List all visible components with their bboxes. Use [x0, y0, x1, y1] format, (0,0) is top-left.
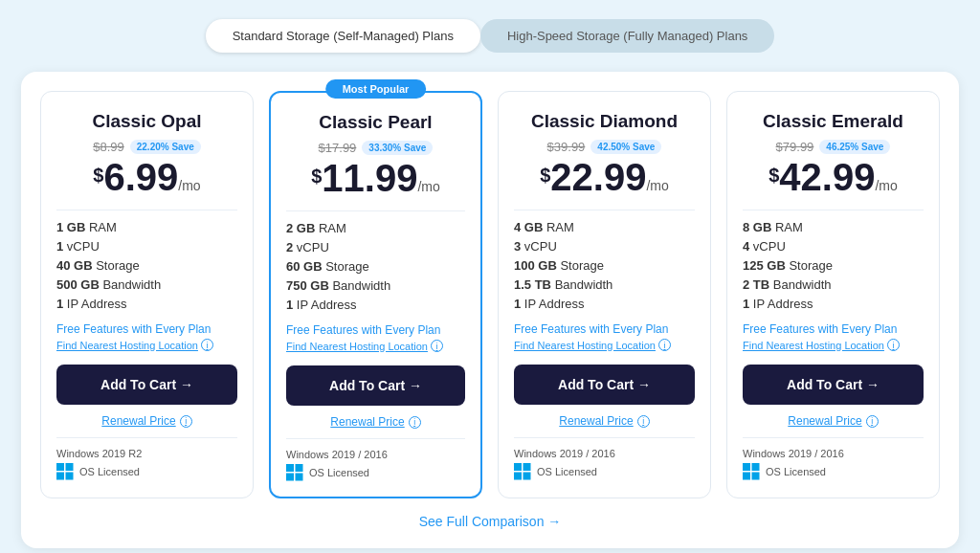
page-container: Standard Storage (Self-Managed) Plans Hi… — [11, 10, 969, 553]
svg-rect-12 — [743, 463, 750, 471]
price-dollar: $ — [768, 165, 779, 186]
tab-highspeed[interactable]: High-Speed Storage (Fully Managed) Plans — [480, 19, 774, 53]
original-price: $39.99 — [547, 140, 586, 154]
original-price-row: $8.99 22.20% Save — [56, 140, 237, 154]
svg-rect-13 — [752, 463, 760, 471]
add-to-cart-button[interactable]: Add To Cart → — [743, 365, 924, 405]
find-location-text: Find Nearest Hosting Location — [514, 340, 656, 351]
svg-rect-11 — [523, 473, 531, 480]
plan-name: Classic Opal — [56, 111, 237, 132]
see-comparison-link[interactable]: See Full Comparison → — [40, 514, 940, 529]
specs-list: 2 GB RAM2 vCPU60 GB Storage750 GB Bandwi… — [286, 221, 465, 312]
windows-icon — [286, 464, 303, 481]
svg-rect-15 — [752, 473, 760, 480]
svg-rect-14 — [743, 473, 750, 480]
os-label: OS Licensed — [766, 466, 826, 477]
svg-rect-5 — [296, 464, 303, 472]
plan-name: Classic Emerald — [743, 111, 924, 132]
os-row: OS Licensed — [743, 463, 924, 480]
tab-standard[interactable]: Standard Storage (Self-Managed) Plans — [206, 19, 480, 53]
price-amount: 22.99 — [550, 156, 646, 198]
spec-item: 4 GB RAM — [514, 220, 695, 234]
renewal-price[interactable]: Renewal Price i — [514, 414, 695, 428]
spec-item: 100 GB Storage — [514, 258, 695, 273]
specs-list: 1 GB RAM1 vCPU40 GB Storage500 GB Bandwi… — [56, 220, 237, 311]
info-icon: i — [658, 339, 671, 351]
original-price: $17.99 — [319, 141, 357, 155]
svg-rect-3 — [66, 473, 74, 480]
windows-icon — [743, 463, 760, 480]
save-badge: 33.30% Save — [362, 141, 433, 155]
original-price: $79.99 — [776, 140, 814, 154]
os-section: Windows 2019 / 2016 OS Licensed — [743, 437, 924, 480]
svg-rect-4 — [286, 464, 294, 472]
renewal-price-label: Renewal Price — [788, 414, 861, 428]
os-label: OS Licensed — [537, 466, 597, 477]
svg-rect-9 — [523, 463, 531, 471]
renewal-price[interactable]: Renewal Price i — [743, 414, 924, 428]
renewal-info-icon: i — [409, 416, 421, 429]
price-amount: 42.99 — [779, 156, 875, 198]
os-text: Windows 2019 / 2016 — [286, 449, 465, 460]
current-price: $11.99/mo — [286, 159, 465, 197]
spec-item: 1 GB RAM — [56, 220, 237, 234]
os-label: OS Licensed — [309, 467, 369, 478]
os-section: Windows 2019 R2 OS Licensed — [56, 437, 237, 480]
save-badge: 42.50% Save — [590, 140, 661, 154]
spec-item: 4 vCPU — [743, 239, 924, 254]
renewal-info-icon: i — [866, 415, 879, 428]
os-row: OS Licensed — [56, 463, 237, 480]
save-badge: 46.25% Save — [819, 140, 890, 154]
most-popular-badge: Most Popular — [325, 79, 427, 99]
plan-card-pearl: Most Popular Classic Pearl $17.99 33.30%… — [269, 91, 482, 498]
find-location[interactable]: Find Nearest Hosting Location i — [514, 339, 695, 351]
price-period: /mo — [646, 178, 668, 193]
plan-card-opal: Classic Opal $8.99 22.20% Save $6.99/mo … — [40, 91, 254, 498]
svg-rect-7 — [296, 474, 303, 481]
info-icon: i — [201, 339, 213, 351]
os-label: OS Licensed — [79, 466, 140, 477]
spec-item: 2 TB Bandwidth — [743, 277, 924, 292]
svg-rect-1 — [66, 463, 74, 471]
find-location-text: Find Nearest Hosting Location — [286, 341, 428, 352]
spec-item: 40 GB Storage — [56, 258, 237, 273]
price-amount: 6.99 — [103, 156, 178, 198]
renewal-price-label: Renewal Price — [330, 415, 404, 429]
svg-rect-2 — [56, 473, 64, 480]
spec-item: 1.5 TB Bandwidth — [514, 277, 695, 292]
renewal-price[interactable]: Renewal Price i — [286, 415, 465, 429]
add-to-cart-button[interactable]: Add To Cart → — [56, 365, 237, 405]
find-location-text: Find Nearest Hosting Location — [56, 340, 198, 351]
find-location[interactable]: Find Nearest Hosting Location i — [286, 340, 465, 352]
find-location[interactable]: Find Nearest Hosting Location i — [56, 339, 237, 351]
current-price: $6.99/mo — [56, 158, 237, 196]
save-badge: 22.20% Save — [130, 140, 201, 154]
original-price-row: $79.99 46.25% Save — [743, 140, 924, 154]
add-to-cart-button[interactable]: Add To Cart → — [286, 365, 465, 406]
add-to-cart-button[interactable]: Add To Cart → — [514, 365, 695, 405]
divider — [286, 210, 465, 211]
plan-card-emerald: Classic Emerald $79.99 46.25% Save $42.9… — [726, 91, 940, 498]
find-location[interactable]: Find Nearest Hosting Location i — [743, 339, 924, 351]
price-period: /mo — [417, 179, 439, 194]
os-row: OS Licensed — [286, 464, 465, 481]
os-text: Windows 2019 / 2016 — [743, 448, 924, 459]
os-text: Windows 2019 R2 — [56, 448, 237, 459]
plan-name: Classic Pearl — [286, 112, 465, 133]
free-features-link[interactable]: Free Features with Every Plan — [514, 322, 695, 336]
divider — [514, 210, 695, 210]
spec-item: 125 GB Storage — [743, 258, 924, 273]
find-location-text: Find Nearest Hosting Location — [743, 340, 884, 351]
free-features-link[interactable]: Free Features with Every Plan — [56, 322, 237, 336]
current-price: $42.99/mo — [743, 158, 924, 196]
current-price: $22.99/mo — [514, 158, 695, 196]
spec-item: 2 vCPU — [286, 240, 465, 254]
info-icon: i — [887, 339, 900, 351]
plans-wrapper: Classic Opal $8.99 22.20% Save $6.99/mo … — [21, 72, 959, 548]
svg-rect-0 — [56, 463, 64, 471]
renewal-price[interactable]: Renewal Price i — [56, 414, 237, 428]
free-features-link[interactable]: Free Features with Every Plan — [286, 323, 465, 337]
tab-bar: Standard Storage (Self-Managed) Plans Hi… — [21, 19, 959, 53]
free-features-link[interactable]: Free Features with Every Plan — [743, 322, 924, 336]
renewal-price-label: Renewal Price — [101, 414, 175, 428]
